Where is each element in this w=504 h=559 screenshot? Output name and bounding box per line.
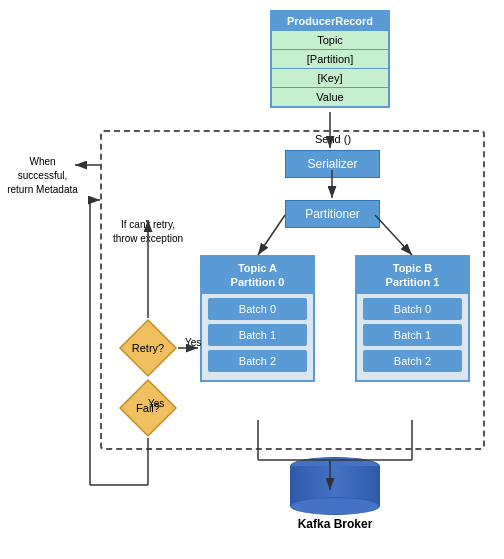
yes-fail-label: Yes <box>148 398 164 409</box>
topic-b-title: Topic BPartition 1 <box>357 257 468 294</box>
topic-a-title: Topic APartition 0 <box>202 257 313 294</box>
topic-b-batch-1: Batch 1 <box>363 324 462 346</box>
key-row: [Key] <box>272 68 388 87</box>
kafka-broker-container: Kafka Broker <box>275 457 395 531</box>
kafka-broker-label: Kafka Broker <box>275 517 395 531</box>
topic-row: Topic <box>272 30 388 49</box>
producer-record-title: ProducerRecord <box>272 12 388 30</box>
yes-retry-label: Yes <box>185 337 201 348</box>
partition-row: [Partition] <box>272 49 388 68</box>
svg-text:Retry?: Retry? <box>132 342 164 354</box>
when-successful-label: When successful, return Metadata <box>5 155 80 197</box>
producer-record-box: ProducerRecord Topic [Partition] [Key] V… <box>270 10 390 108</box>
topic-a-batch-2: Batch 2 <box>208 350 307 372</box>
topic-a-box: Topic APartition 0 Batch 0 Batch 1 Batch… <box>200 255 315 382</box>
retry-diamond: Retry? <box>118 318 178 378</box>
topic-a-batch-1: Batch 1 <box>208 324 307 346</box>
topic-a-batch-0: Batch 0 <box>208 298 307 320</box>
topic-b-box: Topic BPartition 1 Batch 0 Batch 1 Batch… <box>355 255 470 382</box>
if-cant-retry-label: If can't retry, throw exception <box>108 218 188 246</box>
topic-b-batch-0: Batch 0 <box>363 298 462 320</box>
cylinder-bottom <box>290 497 380 515</box>
value-row: Value <box>272 87 388 106</box>
diagram: ProducerRecord Topic [Partition] [Key] V… <box>0 0 504 559</box>
topic-b-batch-2: Batch 2 <box>363 350 462 372</box>
